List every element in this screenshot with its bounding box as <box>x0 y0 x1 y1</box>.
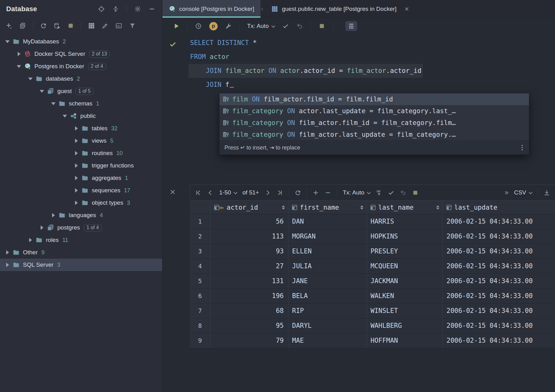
cell-actor-id[interactable]: 79 <box>211 333 288 348</box>
expanded-arrow-icon[interactable] <box>50 102 57 105</box>
cell-first-name[interactable]: MAE <box>288 333 367 348</box>
row-number[interactable]: 1 <box>190 214 211 229</box>
add-data-source-icon[interactable] <box>6 22 12 29</box>
submit-to-database-icon[interactable]: DB <box>376 189 382 196</box>
column-header-last-name[interactable]: last_name <box>367 201 443 214</box>
services-view-button[interactable] <box>345 21 357 31</box>
hide-panel-icon[interactable] <box>149 6 155 12</box>
profile-badge-icon[interactable]: p <box>209 22 218 30</box>
history-icon[interactable] <box>195 23 202 29</box>
sort-icon[interactable] <box>360 205 364 210</box>
cell-first-name[interactable]: JULIA <box>288 259 367 274</box>
stop-icon[interactable] <box>412 189 419 196</box>
collapsed-arrow-icon[interactable] <box>73 176 80 180</box>
add-row-icon[interactable] <box>313 189 319 196</box>
cell-last-update[interactable]: 2006-02-15 04:34:33.00 <box>443 289 555 303</box>
cell-last-name[interactable]: PRESLEY <box>367 244 443 259</box>
expanded-arrow-icon[interactable] <box>61 115 69 118</box>
commit-icon[interactable] <box>282 23 289 29</box>
row-number[interactable]: 5 <box>190 274 211 288</box>
cell-last-update[interactable]: 2006-02-15 04:34:33.00 <box>443 304 555 318</box>
row-number[interactable]: 9 <box>190 333 211 348</box>
cell-first-name[interactable]: JANE <box>288 274 367 288</box>
export-format-dropdown[interactable]: CSV <box>514 189 532 196</box>
collapsed-arrow-icon[interactable] <box>73 139 80 143</box>
collapsed-arrow-icon[interactable] <box>73 126 80 131</box>
tree-item-trigger-functions[interactable]: trigger functions <box>0 159 162 172</box>
sort-icon[interactable] <box>282 205 286 210</box>
row-number[interactable]: 8 <box>190 318 211 333</box>
cell-first-name[interactable]: ELLEN <box>288 244 367 259</box>
delete-row-icon[interactable] <box>325 189 331 196</box>
page-range-dropdown[interactable]: 1-50 <box>219 189 237 196</box>
completion-item-film-category[interactable]: film_category ON film_actor.film_id = fi… <box>220 117 529 129</box>
stop-icon[interactable] <box>67 22 74 29</box>
rollback-icon[interactable] <box>400 189 406 196</box>
cell-last-name[interactable]: WAHLBERG <box>367 318 443 333</box>
tab-console[interactable]: console [Postgres in Docker] <box>162 0 260 18</box>
tree-item-views[interactable]: views5 <box>0 135 162 147</box>
expanded-arrow-icon[interactable] <box>38 90 46 93</box>
refresh-icon[interactable] <box>40 22 47 29</box>
tree-item-other[interactable]: Other9 <box>0 246 162 259</box>
tree-item-mydatabases[interactable]: MyDatabases2 <box>0 35 162 48</box>
cell-actor-id[interactable]: 93 <box>211 244 288 259</box>
collapsed-arrow-icon[interactable] <box>73 188 80 193</box>
tree-item-languages[interactable]: languages4 <box>0 209 162 221</box>
tree-item-postgres[interactable]: postgres1 of 4 <box>0 221 162 234</box>
download-icon[interactable] <box>544 189 550 196</box>
wrench-icon[interactable] <box>225 23 232 29</box>
tree-item-databases[interactable]: databases2 <box>0 73 162 85</box>
row-number[interactable]: 3 <box>190 244 211 259</box>
column-header-actor-id[interactable]: actor_id <box>211 201 288 214</box>
table-view-icon[interactable] <box>88 22 95 29</box>
data-source-properties-icon[interactable] <box>54 22 60 29</box>
expanded-arrow-icon[interactable] <box>27 78 34 80</box>
tree-item-roles[interactable]: roles11 <box>0 234 162 246</box>
collapsed-arrow-icon[interactable] <box>15 52 23 56</box>
locate-icon[interactable] <box>98 6 105 12</box>
cell-actor-id[interactable]: 196 <box>211 289 288 303</box>
query-console-icon[interactable]: QL <box>115 22 122 29</box>
completion-item-film-category[interactable]: film_category ON actor.last_update = fil… <box>220 105 529 117</box>
cell-last-update[interactable]: 2006-02-15 04:34:33.00 <box>443 244 555 259</box>
collapsed-arrow-icon[interactable] <box>50 213 57 217</box>
cell-last-name[interactable]: JACKMAN <box>367 274 443 288</box>
collapsed-arrow-icon[interactable] <box>4 250 11 255</box>
close-results-icon[interactable]: × <box>170 187 175 197</box>
tree-item-sequences[interactable]: sequences17 <box>0 184 162 197</box>
column-header-last-update[interactable]: last_update <box>443 201 555 214</box>
cell-last-update[interactable]: 2006-02-15 04:34:33.00 <box>443 333 555 348</box>
filter-icon[interactable] <box>129 22 136 29</box>
edit-icon[interactable] <box>102 22 109 29</box>
tree-item-guest[interactable]: guest1 of 5 <box>0 85 162 97</box>
cell-actor-id[interactable]: 113 <box>211 229 288 244</box>
duplicate-icon[interactable] <box>19 22 26 29</box>
tree-item-tables[interactable]: tables32 <box>0 122 162 135</box>
cell-first-name[interactable]: MORGAN <box>288 229 367 244</box>
tree-item-aggregates[interactable]: aggregates1 <box>0 172 162 184</box>
sql-editor[interactable]: SELECT DISTINCT *FROM actor JOIN film_ac… <box>162 34 555 392</box>
cell-first-name[interactable]: DARYL <box>288 318 367 333</box>
collapsed-arrow-icon[interactable] <box>4 263 11 267</box>
tree-item-public[interactable]: public <box>0 110 162 122</box>
completion-item-film-category[interactable]: film_category ON film_actor.last_update … <box>220 129 529 140</box>
collapsed-arrow-icon[interactable] <box>38 225 46 230</box>
first-page-icon[interactable] <box>195 189 202 196</box>
chevrons-icon[interactable]: » <box>505 189 508 197</box>
completion-item-film[interactable]: film ON film_actor.film_id = film.film_i… <box>220 93 529 105</box>
commit-icon[interactable] <box>388 189 394 196</box>
cell-first-name[interactable]: BELA <box>288 289 367 303</box>
cell-actor-id[interactable]: 27 <box>211 259 288 274</box>
last-page-icon[interactable] <box>277 189 283 196</box>
row-number[interactable]: 6 <box>190 289 211 303</box>
cell-last-name[interactable]: HARRIS <box>367 214 443 229</box>
tree-item-routines[interactable]: routines10 <box>0 147 162 159</box>
cell-last-update[interactable]: 2006-02-15 04:34:33.00 <box>443 259 555 274</box>
cell-actor-id[interactable]: 131 <box>211 274 288 288</box>
cell-last-name[interactable]: HOFFMAN <box>367 333 443 348</box>
cell-last-update[interactable]: 2006-02-15 04:34:33.00 <box>443 274 555 288</box>
reload-data-icon[interactable] <box>295 189 301 196</box>
tree-item-object-types[interactable]: object types3 <box>0 197 162 209</box>
cell-last-name[interactable]: WALKEN <box>367 289 443 303</box>
